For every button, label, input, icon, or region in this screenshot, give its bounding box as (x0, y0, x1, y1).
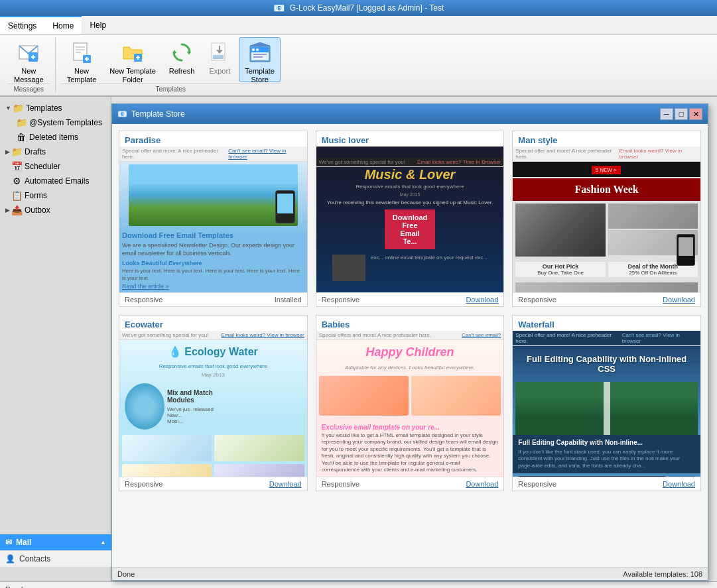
template-action-paradise: Installed (275, 296, 302, 304)
template-card-ecowater: Ecowater We've got something special for… (119, 315, 308, 491)
menu-home[interactable]: Home (44, 16, 82, 34)
app-title: G-Lock EasyMail7 [Logged as Admin] - Tes… (290, 3, 444, 13)
dialog-close-button[interactable]: ✕ (689, 108, 702, 120)
dialog-status-right: Available templates: 108 (623, 570, 702, 578)
new-template-label: NewTemplate (67, 67, 97, 84)
fashion-header: Fashion Week (513, 178, 700, 201)
template-name-ecowater: Ecowater (119, 316, 307, 331)
export-label: Export (209, 67, 230, 76)
template-name-man-style: Man style (513, 131, 700, 147)
refresh-button[interactable]: Refresh (163, 37, 201, 82)
sidebar-bottom-tabs: ✉ Mail ▲ 👤 Contacts (0, 534, 111, 567)
template-store-dialog: 📧 Template Store ─ □ ✕ Paradise (111, 103, 708, 581)
contacts-tab[interactable]: 👤 Contacts (0, 550, 111, 567)
template-store-label: TemplateStore (245, 67, 275, 84)
template-card-babies: Babies Special offers and more! A nice p… (316, 315, 505, 491)
menu-help[interactable]: Help (82, 16, 114, 34)
preview-bar-ecowater: We've got something special for you! Ema… (119, 331, 307, 340)
template-preview-music: We've got something special for you! Ema… (316, 147, 504, 292)
template-name-waterfall: Waterfall (513, 316, 700, 331)
template-name-babies: Babies (316, 316, 504, 331)
dialog-overlay: 📧 Template Store ─ □ ✕ Paradise (0, 97, 717, 581)
template-action-manstyle[interactable]: Download (663, 296, 695, 304)
template-card-man-style: Man style Special offer and more! A nice… (512, 131, 701, 307)
template-tag-babies: Responsive (322, 480, 359, 488)
new-template-folder-button[interactable]: New TemplateFolder (103, 37, 162, 82)
template-tag-manstyle: Responsive (518, 296, 556, 304)
dialog-title-bar: 📧 Template Store ─ □ ✕ (112, 104, 708, 124)
template-action-waterfall[interactable]: Download (663, 480, 695, 488)
svg-marker-14 (187, 50, 190, 55)
svg-rect-26 (253, 56, 263, 58)
template-preview-waterfall: Special offer and more! A nice preheader… (513, 331, 700, 477)
template-footer-manstyle: Responsive Download (513, 292, 700, 306)
new-template-folder-icon (121, 40, 145, 64)
new-template-folder-label: New TemplateFolder (109, 67, 156, 84)
babies-content (316, 373, 504, 418)
preview-text-paradise: Download Free Email Templates We are a s… (119, 229, 307, 292)
template-store-button[interactable]: TemplateStore (239, 37, 281, 82)
export-icon (208, 40, 231, 64)
contacts-label: Contacts (19, 554, 50, 563)
new-message-button[interactable]: NewMessage (8, 37, 50, 82)
main-container: ▼ 📁 Templates 📁 @System Templates 🗑 Dele… (0, 97, 717, 581)
svg-point-24 (256, 48, 259, 51)
waterfall-scene (515, 382, 698, 435)
template-card-waterfall: Waterfall Special offer and more! A nice… (512, 315, 701, 491)
preview-bar-manstyle: Special offer and more! A nice preheader… (513, 147, 700, 162)
app-icon: 📧 (273, 3, 285, 13)
fashion-content (513, 201, 700, 259)
ribbon-group-templates: NewTemplate New TemplateFolder (58, 37, 286, 93)
svg-point-23 (252, 48, 255, 51)
template-footer-music: Responsive Download (316, 292, 504, 306)
dialog-status-left: Done (117, 570, 135, 578)
eco-logo: 💧 Ecology Water (119, 340, 307, 363)
refresh-icon (170, 40, 194, 64)
menu-settings[interactable]: Settings (0, 16, 44, 34)
dialog-icon: 📧 (117, 109, 127, 119)
template-footer-ecowater: Responsive Download (119, 477, 307, 491)
contacts-icon: 👤 (5, 554, 15, 563)
template-preview-babies: Special offers and more! A nice preheade… (316, 331, 504, 477)
dialog-maximize-button[interactable]: □ (675, 108, 688, 120)
svg-rect-17 (213, 55, 224, 59)
template-footer-waterfall: Responsive Download (513, 477, 700, 491)
music-download-box: Download Free Email Te... (385, 209, 436, 249)
dialog-title: Template Store (131, 109, 185, 119)
preview-bar-waterfall: Special offer and more! A nice preheader… (513, 331, 700, 346)
preview-bar-music: We've got something special for you! Ema… (316, 158, 504, 167)
export-button[interactable]: Export (202, 37, 237, 82)
dialog-controls: ─ □ ✕ (660, 108, 702, 120)
mail-tab[interactable]: ✉ Mail ▲ (0, 534, 111, 550)
expand-collapse-icon: ▲ (100, 539, 106, 546)
title-bar: 📧 G-Lock EasyMail7 [Logged as Admin] - T… (0, 0, 717, 16)
new-message-label: NewMessage (14, 67, 44, 84)
preview-bar-babies: Special offers and more! A nice preheade… (316, 331, 504, 340)
template-action-babies[interactable]: Download (466, 480, 498, 488)
svg-rect-25 (253, 54, 267, 55)
dialog-status-bar: Done Available templates: 108 (112, 567, 708, 580)
new-template-button[interactable]: NewTemplate (61, 37, 103, 82)
template-card-music-lover: Music lover We've got something special … (316, 131, 505, 307)
dialog-title-text: 📧 Template Store (117, 109, 185, 119)
waterfall-title: Full Editing Capability with Non-inlined… (513, 346, 700, 382)
template-card-paradise: Paradise Special offer and more: A nice … (119, 131, 308, 307)
template-name-music-lover: Music lover (316, 131, 504, 147)
menu-bar: Settings Home Help (0, 16, 717, 34)
template-action-ecowater[interactable]: Download (269, 480, 302, 488)
new-template-icon (70, 40, 94, 64)
template-tag-paradise: Responsive (125, 296, 163, 304)
eco-modules (119, 432, 307, 477)
templates-grid: Paradise Special offer and more: A nice … (119, 131, 701, 491)
template-tag-ecowater: Responsive (125, 480, 163, 488)
template-name-paradise: Paradise (119, 131, 307, 147)
dialog-minimize-button[interactable]: ─ (660, 108, 673, 120)
preview-bar-paradise: Special offer and more: A nice preheader… (119, 147, 307, 162)
template-action-music[interactable]: Download (466, 296, 498, 304)
dialog-content: Paradise Special offer and more: A nice … (112, 124, 708, 567)
ribbon: NewMessage Messages (0, 34, 717, 97)
template-preview-manstyle: Special offer and more! A nice preheader… (513, 147, 700, 292)
status-left: Ready (5, 585, 27, 589)
ribbon-group-messages: NewMessage Messages (5, 37, 56, 93)
template-preview-ecowater: We've got something special for you! Ema… (119, 331, 307, 477)
